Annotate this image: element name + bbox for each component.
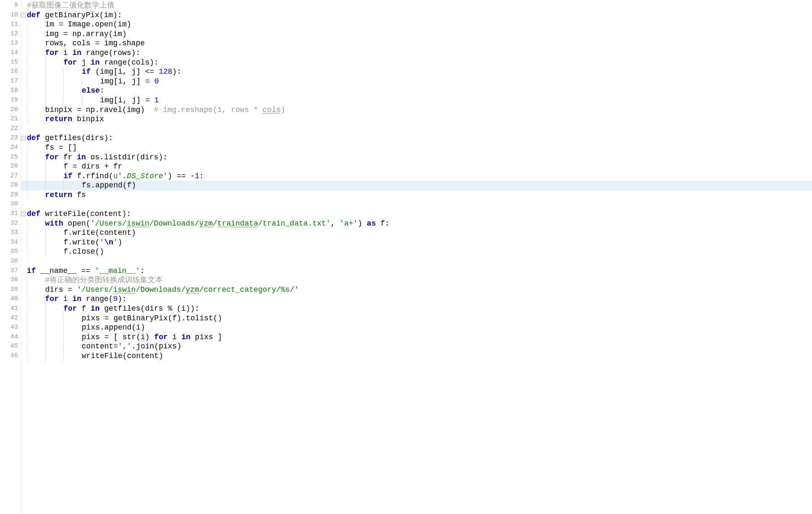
indent-guide <box>27 48 45 58</box>
code-token: range(rows): <box>86 49 141 57</box>
code-line[interactable]: return binpix <box>27 114 812 124</box>
code-line[interactable]: if (img[i, j] <= 128): <box>27 67 812 77</box>
indent-guide <box>45 181 64 190</box>
indent-guide <box>45 77 64 86</box>
code-token: in <box>77 153 90 161</box>
code-line[interactable]: binpix = np.ravel(img) # img.reshape(1, … <box>27 105 812 115</box>
code-line[interactable]: #将正确的分类图转换成训练集文本 <box>27 275 812 285</box>
indent-guide <box>27 228 45 238</box>
code-line[interactable]: im = Image.open(im) <box>27 20 812 29</box>
code-line[interactable]: writeFile(content) <box>27 351 812 361</box>
code-token: writeFile <box>45 210 86 218</box>
code-line[interactable]: img[i, j] = 0 <box>27 77 812 86</box>
line-number: 36 <box>0 257 21 266</box>
code-line[interactable]: pixs = getBinaryPix(f).tolist() <box>27 314 812 323</box>
code-token: (im): <box>99 11 122 19</box>
code-token: as <box>367 219 380 228</box>
indent-guide <box>27 86 45 96</box>
indent-guide <box>63 96 82 105</box>
code-line[interactable] <box>27 124 812 134</box>
line-number: 39 <box>0 285 21 295</box>
code-line[interactable]: content=','.join(pixs) <box>27 342 812 351</box>
code-token: in <box>72 295 86 303</box>
code-line[interactable]: return fs <box>27 190 812 200</box>
code-line[interactable]: for f in getfiles(dirs % (i)): <box>27 304 812 314</box>
code-line[interactable]: f.close() <box>27 247 812 257</box>
code-token: return <box>45 191 77 199</box>
code-token: pixs.append(i) <box>82 323 145 332</box>
code-line[interactable]: pixs.append(i) <box>27 323 812 332</box>
line-number: 16 <box>0 67 21 77</box>
code-line[interactable]: f = dirs + fr <box>27 162 812 171</box>
code-line[interactable]: pixs = [ str(i) for i in pixs ] <box>27 332 812 342</box>
code-line[interactable]: if __name__ == '__main__': <box>27 266 812 276</box>
code-line[interactable] <box>27 257 812 266</box>
code-line[interactable]: for fr in os.listdir(dirs): <box>27 153 812 162</box>
code-line[interactable]: def writeFile(content): <box>27 209 812 219</box>
code-line[interactable]: if f.rfind(u'.DS_Store') == -1: <box>27 171 812 181</box>
code-line[interactable] <box>27 200 812 209</box>
indent-guide <box>45 247 64 257</box>
code-area[interactable]: #获取图像二值化数学上值def getBinaryPix(im):im = Im… <box>21 0 812 514</box>
code-token: pixs ] <box>195 333 222 341</box>
code-line[interactable]: fs.append(f) <box>21 181 812 190</box>
code-token: ) == - <box>168 172 195 180</box>
code-token: for <box>154 333 172 341</box>
code-token: ): <box>117 295 127 303</box>
code-token: img[i, j] = <box>100 77 154 86</box>
code-line[interactable]: def getBinaryPix(im): <box>27 10 812 20</box>
code-token: rows, cols = img.shape <box>45 39 145 47</box>
code-editor[interactable]: 910−11121314151617181920212223−242526272… <box>0 0 812 514</box>
code-token: pixs = getBinaryPix(f).tolist() <box>82 314 222 322</box>
code-token: if <box>82 67 95 76</box>
code-line[interactable]: f.write(content) <box>27 228 812 238</box>
code-token: 'a+' <box>340 219 358 228</box>
code-token: fs.append(f) <box>82 181 136 190</box>
indent-guide <box>63 342 82 351</box>
code-line[interactable]: #获取图像二值化数学上值 <box>27 1 812 10</box>
code-token: for <box>45 295 63 303</box>
code-token: getBinaryPix <box>45 11 99 19</box>
code-token: fr <box>63 153 77 161</box>
indent-guide <box>27 171 45 181</box>
code-token: iswin <box>113 286 136 294</box>
indent-guide <box>27 96 45 105</box>
code-token: 0 <box>154 77 159 86</box>
code-line[interactable]: def getfiles(dirs): <box>27 133 812 143</box>
code-token: : <box>140 267 145 275</box>
line-number: 42 <box>0 314 21 323</box>
code-line[interactable]: img = np.array(im) <box>27 29 812 39</box>
indent-guide <box>27 114 45 124</box>
code-token: ' <box>113 238 118 247</box>
code-token: j <box>81 58 91 67</box>
code-line[interactable]: with open('/Users/iswin/Downloads/yzm/tr… <box>27 219 812 228</box>
code-token: yzm <box>185 286 199 294</box>
code-line[interactable]: img[i, j] = 1 <box>27 96 812 105</box>
indent-guide <box>27 332 45 342</box>
code-token: open( <box>68 219 91 228</box>
indent-guide <box>45 171 64 181</box>
code-token: (img[i, j] <= <box>95 67 159 76</box>
code-token: f.rfind( <box>77 172 113 180</box>
code-line[interactable]: for j in range(cols): <box>27 58 812 67</box>
code-token: '__main__' <box>95 267 140 275</box>
indent-guide <box>27 304 45 314</box>
line-number: 19 <box>0 96 21 105</box>
code-line[interactable]: fs = [] <box>27 143 812 153</box>
code-token: in <box>91 58 104 67</box>
code-line[interactable]: else: <box>27 86 812 96</box>
indent-guide <box>27 153 45 162</box>
code-token: if <box>63 172 77 180</box>
code-token: ' <box>163 172 168 180</box>
code-token: ) <box>358 219 367 228</box>
code-line[interactable]: dirs = '/Users/iswin/Downloads/yzm/corre… <box>27 285 812 295</box>
code-line[interactable]: rows, cols = img.shape <box>27 39 812 48</box>
code-token: range( <box>86 295 113 303</box>
code-line[interactable]: for i in range(9): <box>27 294 812 304</box>
indent-guide <box>27 20 45 29</box>
code-line[interactable]: f.write('\n') <box>27 238 812 247</box>
indent-guide <box>63 314 82 323</box>
code-token: yzm <box>199 219 213 228</box>
indent-guide <box>45 342 64 351</box>
code-line[interactable]: for i in range(rows): <box>27 48 812 58</box>
